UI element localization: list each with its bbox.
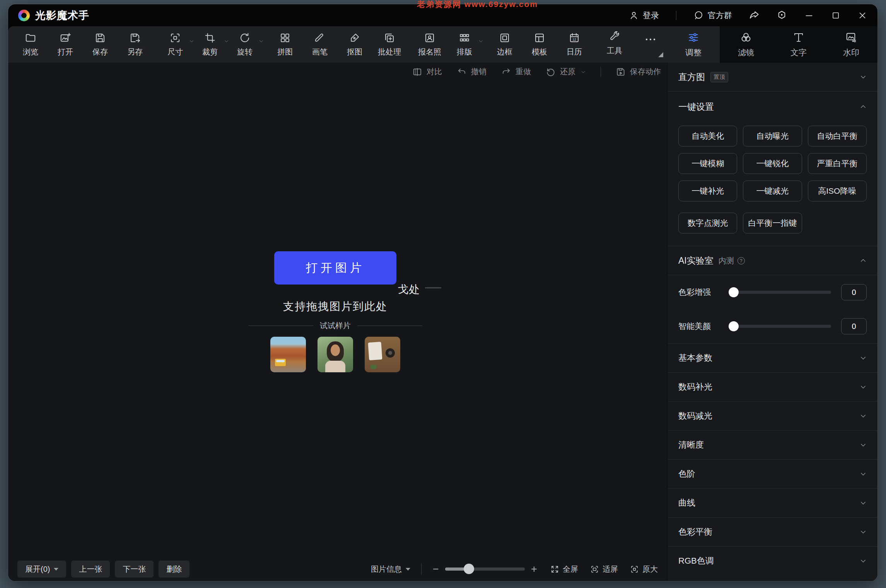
onekey-button[interactable]: 一键模糊 (678, 153, 737, 174)
next-image-button[interactable]: 下一张 (115, 561, 154, 578)
expand-button[interactable]: 展开(0) (17, 561, 66, 578)
toolbar-border[interactable]: 边框 (492, 32, 517, 57)
fit-screen-button[interactable]: 适屏 (590, 564, 618, 574)
panel-section[interactable]: RGB色调 (667, 547, 877, 575)
onekey-button[interactable]: 一键补光 (678, 181, 737, 201)
chevron-down-icon[interactable] (860, 441, 867, 448)
chevron-down-icon[interactable] (860, 355, 867, 361)
onekey-button[interactable]: 白平衡一指键 (743, 213, 802, 233)
chevron-down-icon[interactable] (860, 499, 867, 506)
onekey-button[interactable]: 严重白平衡 (808, 153, 867, 174)
panel-section[interactable]: 色阶 (667, 460, 877, 488)
toolbar-browse[interactable]: 浏览 (18, 32, 43, 57)
chevron-down-icon[interactable] (860, 528, 867, 535)
sample-photo-desk[interactable] (365, 337, 400, 372)
pin-top-badge[interactable]: 置顶 (710, 72, 728, 82)
onekey-section-header[interactable]: 一键设置 (667, 92, 877, 122)
smart-beauty-slider[interactable] (729, 325, 831, 328)
zoom-in-button[interactable]: + (530, 563, 538, 575)
tab-filter[interactable]: 滤镜 (720, 26, 772, 63)
tab-text[interactable]: 文字 (772, 26, 825, 63)
panel-section[interactable]: 曲线 (667, 489, 877, 517)
original-size-button[interactable]: 原大 (630, 564, 658, 574)
undo-button[interactable]: 撤销 (457, 66, 487, 77)
toolbar-cutout[interactable]: 抠图 (342, 32, 367, 57)
save-action-button[interactable]: 保存动作 (616, 66, 661, 77)
toolbar-save[interactable]: 保存 (88, 32, 113, 57)
sample-photo-portrait[interactable] (318, 337, 353, 372)
slider-track[interactable] (729, 325, 831, 328)
close-button[interactable] (857, 10, 867, 20)
tab-watermark[interactable]: 水印 (825, 26, 877, 63)
delete-button[interactable]: 删除 (159, 561, 189, 578)
onekey-button[interactable]: 数字点测光 (678, 213, 737, 233)
toolbar-calendar[interactable]: 12 日历 (562, 32, 587, 57)
onekey-button[interactable]: 高ISO降噪 (808, 181, 867, 201)
toolbar-resize[interactable]: 尺寸 (163, 32, 188, 57)
chevron-down-icon[interactable] (860, 470, 867, 477)
restore-button[interactable]: 还原 (546, 66, 586, 77)
settings-button[interactable] (777, 10, 787, 20)
minimize-button[interactable] (804, 10, 814, 20)
chevron-down-icon[interactable] (860, 73, 867, 80)
panel-section[interactable]: 数码补光 (667, 373, 877, 401)
panel-section[interactable]: 色彩平衡 (667, 518, 877, 546)
toolbar-layout[interactable]: 排版 (452, 32, 477, 57)
toolbar-save-as[interactable]: 另存 (123, 32, 147, 57)
toolbar-batch[interactable]: 批处理 (377, 32, 402, 57)
onekey-button[interactable]: 自动曝光 (743, 126, 802, 147)
compare-button[interactable]: 对比 (412, 66, 442, 77)
slider-track[interactable] (729, 291, 831, 294)
tab-adjust[interactable]: 调整 (667, 26, 720, 63)
redo-button[interactable]: 重做 (501, 66, 531, 77)
toolbar-more[interactable] (637, 31, 664, 58)
color-enhance-slider[interactable] (729, 291, 831, 294)
login-button[interactable]: 登录 (629, 10, 659, 21)
fullscreen-button[interactable]: 全屏 (550, 564, 578, 574)
onekey-button[interactable]: 一键减光 (743, 181, 802, 201)
corner-triangle-icon[interactable] (658, 52, 663, 57)
chevron-up-icon[interactable] (860, 103, 867, 110)
toolbar-id-photo[interactable]: 报名照 (417, 32, 442, 57)
slider-value[interactable]: 0 (841, 284, 867, 300)
slider-value[interactable]: 0 (841, 318, 867, 334)
ailab-section-header[interactable]: AI实验室 内测 ? (667, 246, 877, 275)
toolbar-brush[interactable]: 画笔 (307, 32, 332, 57)
panel-section[interactable]: 清晰度 (667, 431, 877, 459)
chevron-down-icon[interactable] (189, 39, 194, 44)
toolbar-collage[interactable]: 拼图 (273, 32, 297, 57)
image-info-button[interactable]: 图片信息 (371, 564, 410, 574)
toolbar-crop[interactable]: 裁剪 (198, 32, 222, 57)
chevron-down-icon[interactable] (224, 39, 229, 44)
toolbar-tools[interactable]: 工具 (602, 31, 627, 56)
chevron-down-icon[interactable] (478, 39, 483, 44)
official-group-button[interactable]: 官方群 (693, 10, 732, 21)
chevron-down-icon[interactable] (259, 39, 264, 44)
toolbar-rotate[interactable]: 旋转 (232, 32, 257, 57)
zoom-slider-knob[interactable] (464, 564, 474, 574)
open-image-button[interactable]: 打开图片 (274, 251, 396, 285)
help-icon[interactable]: ? (737, 257, 745, 264)
slider-knob[interactable] (729, 287, 739, 297)
sample-photo-canyon[interactable] (270, 337, 306, 372)
onekey-button[interactable]: 自动白平衡 (808, 126, 867, 147)
onekey-button[interactable]: 自动美化 (678, 126, 737, 147)
toolbar-open[interactable]: 打开 (53, 32, 78, 57)
histogram-section-header[interactable]: 直方图 置顶 (667, 63, 877, 91)
user-icon (629, 10, 639, 20)
chevron-down-icon[interactable] (860, 383, 867, 390)
slider-knob[interactable] (729, 321, 739, 331)
chevron-down-icon[interactable] (860, 412, 867, 419)
chevron-down-icon[interactable] (860, 557, 867, 564)
zoom-out-button[interactable]: − (432, 563, 440, 575)
onekey-button[interactable]: 一键锐化 (743, 153, 802, 174)
prev-image-button[interactable]: 上一张 (71, 561, 110, 578)
chevron-down-icon[interactable] (580, 69, 586, 75)
share-button[interactable] (749, 10, 760, 20)
zoom-slider[interactable] (445, 568, 525, 571)
panel-section[interactable]: 数码减光 (667, 402, 877, 430)
panel-section[interactable]: 基本参数 (667, 344, 877, 372)
toolbar-template[interactable]: 模板 (527, 32, 552, 57)
maximize-button[interactable] (831, 11, 840, 20)
chevron-up-icon[interactable] (860, 257, 867, 264)
